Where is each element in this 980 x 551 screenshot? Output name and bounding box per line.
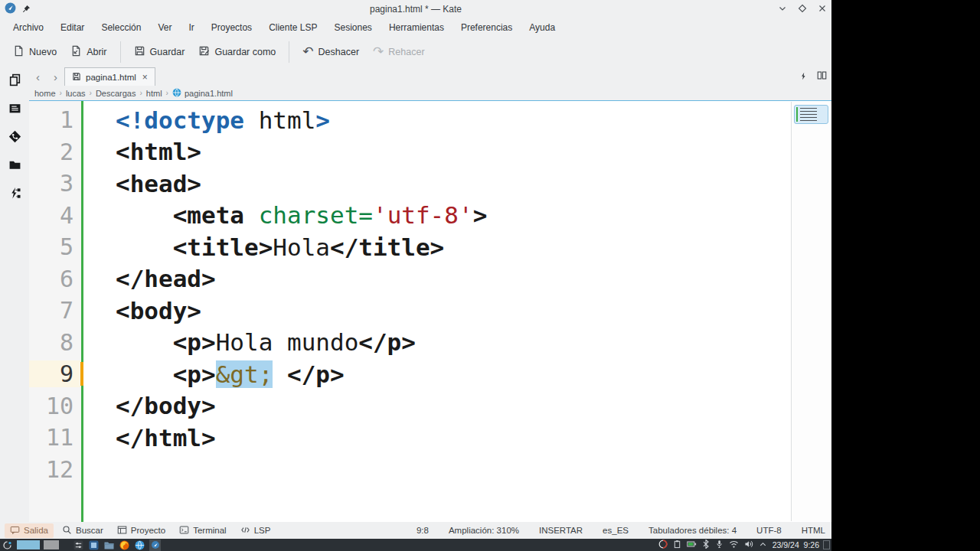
breadcrumb-segment[interactable]: lucas bbox=[64, 89, 88, 98]
breadcrumb-segment[interactable]: html bbox=[144, 89, 165, 98]
menu-proyectos[interactable]: Proyectos bbox=[203, 19, 260, 36]
menu-cliente-lsp[interactable]: Cliente LSP bbox=[260, 19, 325, 36]
code-line[interactable]: 1<!doctype html> bbox=[29, 104, 831, 136]
code-text: <html> bbox=[81, 138, 201, 165]
title-bar: pagina1.html * — Kate bbox=[0, 0, 831, 18]
volume-tray-icon[interactable] bbox=[744, 538, 753, 551]
status-bar: SalidaBuscarProyectoTerminalLSP 9:8Ampli… bbox=[0, 522, 831, 539]
token: <html> bbox=[116, 138, 201, 165]
firefox-task-icon[interactable] bbox=[119, 540, 130, 551]
clipboard-tray-icon[interactable] bbox=[673, 538, 681, 551]
code-line[interactable]: 3<head> bbox=[29, 168, 831, 200]
wifi-tray-icon[interactable] bbox=[729, 538, 739, 551]
window-title: pagina1.html * — Kate bbox=[0, 4, 831, 15]
settings-task-icon[interactable] bbox=[73, 540, 84, 551]
menu-ver[interactable]: Ver bbox=[149, 19, 180, 36]
browser-task-icon[interactable] bbox=[134, 540, 145, 551]
editor[interactable]: 1<!doctype html>2<html>3<head>4 <meta ch… bbox=[29, 100, 831, 522]
menu-editar[interactable]: Editar bbox=[52, 19, 93, 36]
history-back-icon[interactable]: ‹ bbox=[29, 70, 47, 83]
button-label: Deshacer bbox=[318, 47, 360, 57]
code-line[interactable]: 9 <p>&gt; </p> bbox=[29, 358, 831, 390]
tab-pagina1[interactable]: pagina1.html × bbox=[64, 67, 155, 86]
sidebar-tool-file-list[interactable] bbox=[0, 96, 29, 124]
statusbar-tool-lsp[interactable]: LSP bbox=[235, 523, 276, 538]
minimize-button[interactable] bbox=[778, 2, 787, 16]
menu-sesiones[interactable]: Sesiones bbox=[326, 19, 381, 36]
sidebar-tool-documents[interactable] bbox=[0, 67, 29, 96]
virtual-desktop-1[interactable] bbox=[17, 540, 40, 549]
microphone-tray-icon[interactable] bbox=[715, 538, 724, 551]
menu-preferencias[interactable]: Preferencias bbox=[452, 19, 521, 36]
show-desktop-button[interactable] bbox=[823, 540, 830, 549]
breadcrumb-segment[interactable]: home bbox=[32, 89, 58, 98]
token: </body> bbox=[116, 392, 216, 419]
abrir-button[interactable]: Abrir bbox=[64, 41, 113, 64]
code-line[interactable]: 10</body> bbox=[29, 390, 831, 422]
menu-ayuda[interactable]: Ayuda bbox=[521, 19, 564, 36]
menu-archivo[interactable]: Archivo bbox=[5, 19, 52, 36]
statusbar-info-item[interactable]: Ampliación: 310% bbox=[449, 526, 519, 535]
battery-tray-icon[interactable] bbox=[687, 538, 697, 551]
statusbar-info-item[interactable]: 9:8 bbox=[416, 526, 429, 535]
history-forward-icon[interactable]: › bbox=[47, 70, 64, 83]
code-line[interactable]: 12 bbox=[29, 454, 831, 486]
token bbox=[116, 201, 173, 229]
search-icon bbox=[62, 525, 72, 536]
code-line[interactable]: 6</head> bbox=[29, 263, 831, 295]
statusbar-info-item[interactable]: Tabuladores débiles: 4 bbox=[648, 526, 737, 535]
selected-entity: &gt; bbox=[216, 360, 273, 388]
statusbar-info-item[interactable]: UTF-8 bbox=[756, 526, 782, 535]
nuevo-button[interactable]: Nuevo bbox=[6, 41, 64, 64]
minimap-scrollbar[interactable] bbox=[791, 102, 831, 521]
file-manager-task-icon[interactable] bbox=[103, 540, 115, 551]
token: Hola bbox=[273, 233, 330, 261]
recorder-tray-icon[interactable] bbox=[658, 538, 668, 551]
code-line[interactable]: 5 <title>Hola</title> bbox=[29, 231, 831, 263]
menu-herramientas[interactable]: Herramientas bbox=[381, 19, 452, 36]
code-line[interactable]: 4 <meta charset='utf-8'> bbox=[29, 200, 831, 232]
line-number: 6 bbox=[29, 266, 81, 292]
split-view-icon[interactable] bbox=[817, 70, 827, 83]
breadcrumb-file[interactable]: pagina1.html bbox=[170, 88, 233, 99]
token: > bbox=[473, 201, 488, 229]
clock[interactable]: 23/9/24 9:26 bbox=[773, 540, 819, 549]
menu-selección[interactable]: Selección bbox=[93, 19, 149, 36]
tab-close-icon[interactable]: × bbox=[142, 72, 148, 83]
minimap-viewport[interactable] bbox=[794, 105, 828, 124]
statusbar-tool-buscar[interactable]: Buscar bbox=[57, 523, 109, 538]
tray-expander-icon[interactable] bbox=[759, 538, 767, 551]
statusbar-tool-proyecto[interactable]: Proyecto bbox=[112, 523, 171, 538]
save-as-icon bbox=[198, 45, 210, 59]
sidebar-tool-git[interactable] bbox=[0, 124, 29, 152]
line-number: 2 bbox=[29, 139, 81, 165]
close-button[interactable] bbox=[818, 2, 827, 16]
code-line[interactable]: 8 <p>Hola mundo</p> bbox=[29, 327, 831, 359]
statusbar-info-item[interactable]: HTML bbox=[802, 526, 825, 535]
statusbar-tool-terminal[interactable]: Terminal bbox=[174, 523, 231, 538]
virtual-desktop-2[interactable] bbox=[44, 540, 59, 549]
breadcrumb-segment[interactable]: Descargas bbox=[93, 89, 139, 98]
code-text: </html> bbox=[81, 424, 216, 452]
blue-app-task-icon[interactable] bbox=[88, 540, 100, 551]
sidebar-tool-symbols[interactable] bbox=[0, 181, 29, 209]
app-launcher-icon[interactable] bbox=[2, 540, 13, 551]
quick-open-icon[interactable] bbox=[799, 70, 808, 83]
bluetooth-tray-icon[interactable] bbox=[702, 538, 710, 551]
statusbar-info-item[interactable]: es_ES bbox=[603, 526, 629, 535]
code-line[interactable]: 11</html> bbox=[29, 422, 831, 454]
guardar-como-button[interactable]: Guardar como bbox=[191, 41, 283, 64]
maximize-button[interactable] bbox=[798, 2, 807, 16]
statusbar-tool-salida[interactable]: Salida bbox=[5, 523, 54, 538]
kate-task-icon[interactable] bbox=[149, 540, 161, 551]
line-number: 11 bbox=[29, 424, 81, 451]
guardar-button[interactable]: Guardar bbox=[127, 41, 192, 64]
deshacer-button[interactable]: ↶Deshacer bbox=[296, 42, 366, 63]
menu-ir[interactable]: Ir bbox=[180, 19, 202, 36]
redo-icon: ↷ bbox=[373, 47, 384, 58]
code-line[interactable]: 7<body> bbox=[29, 295, 831, 327]
sidebar-tool-filesystem-browser[interactable] bbox=[0, 152, 29, 181]
code-line[interactable]: 2<html> bbox=[29, 136, 831, 168]
statusbar-info-item[interactable]: INSERTAR bbox=[539, 526, 583, 535]
token: html bbox=[244, 106, 315, 134]
